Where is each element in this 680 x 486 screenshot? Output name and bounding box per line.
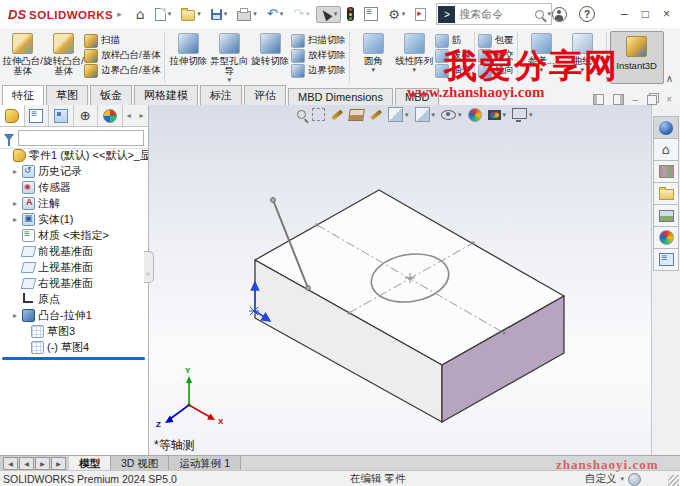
ribbon-button[interactable]: 拉伸凸台/基体	[2, 31, 43, 76]
rollback-bar[interactable]	[2, 357, 145, 360]
tab-item[interactable]: 评估	[244, 85, 286, 105]
collapse-right-pane-icon[interactable]	[613, 94, 624, 105]
save-button[interactable]: ▾	[207, 6, 232, 23]
search-caret-icon[interactable]: ▾	[548, 10, 552, 18]
dropdown-caret-icon[interactable]: ▾	[168, 10, 172, 18]
doc-minimize-button[interactable]: –	[633, 94, 639, 105]
panel-splitter-handle[interactable]	[144, 251, 154, 283]
graphics-viewport[interactable]: ▾▾▾▾▾	[149, 105, 651, 455]
doc-restore-button[interactable]	[647, 95, 657, 105]
dropdown-caret-icon[interactable]: ▾	[224, 10, 228, 18]
open-file-button[interactable]: ▾	[177, 4, 205, 24]
tab-scroll-left-icon[interactable]: ◀	[3, 457, 18, 470]
undo-button[interactable]: ↶▾	[263, 5, 287, 23]
options-list-button[interactable]	[360, 4, 382, 24]
collapse-left-pane-icon[interactable]	[593, 94, 604, 105]
bottom-tab[interactable]: 模型	[69, 456, 111, 471]
expand-arrow-icon[interactable]: ▸	[11, 199, 19, 208]
account-icon[interactable]	[552, 7, 567, 22]
tree-item[interactable]: ▸历史记录	[0, 163, 148, 179]
resize-grip[interactable]	[668, 475, 679, 486]
expand-arrow-icon[interactable]: ▸	[11, 167, 19, 176]
section-view-button[interactable]	[349, 109, 364, 121]
print-button[interactable]: ▾	[233, 4, 261, 24]
featuremanager-tab[interactable]	[0, 105, 25, 126]
home-tab-button[interactable]: ⌂	[653, 138, 679, 161]
tree-item[interactable]: ▸注解	[0, 195, 148, 211]
ribbon-collapse-icon[interactable]: ∧	[666, 73, 673, 84]
viewport-canvas[interactable]: Y X Z	[149, 105, 651, 455]
custom-label[interactable]: 自定义	[585, 472, 617, 486]
solidworks-resources-button[interactable]	[653, 116, 679, 139]
search-box[interactable]: > 搜索命令 ▾	[436, 3, 552, 25]
panel-tabs-left-icon[interactable]: ◂	[123, 105, 136, 126]
display-style-button[interactable]: ▾	[415, 107, 436, 122]
ribbon-button[interactable]: 包覆	[478, 34, 514, 47]
sketch-line-endpoint[interactable]	[306, 286, 311, 291]
annotation-view-button[interactable]	[370, 113, 382, 117]
edit-appearance-button[interactable]	[468, 108, 482, 122]
dropdown-caret-icon[interactable]: ▾	[458, 111, 462, 119]
dropdown-caret-icon[interactable]: ▾	[253, 10, 257, 18]
dropdown-caret-icon[interactable]: ▾	[503, 111, 507, 119]
ribbon-button[interactable]: 圆角▾	[353, 31, 394, 73]
dropdown-caret-icon[interactable]: ▾	[529, 111, 533, 119]
file-explorer-button[interactable]	[653, 182, 679, 205]
ribbon-button[interactable]: 线性阵列▾	[394, 31, 435, 73]
rebuild-button[interactable]	[343, 4, 358, 24]
tree-item[interactable]: 原点	[0, 291, 148, 307]
ribbon-button[interactable]: 放样切除	[291, 49, 346, 62]
displaymanager-tab[interactable]	[98, 105, 123, 126]
ribbon-button[interactable]: 放样凸台/基体	[84, 49, 161, 62]
appearances-scenes-button[interactable]	[653, 226, 679, 249]
expand-arrow-icon[interactable]: ▸	[11, 215, 19, 224]
tab-scroll-left-icon[interactable]: ◀	[19, 457, 34, 470]
zoom-to-fit-button[interactable]	[297, 110, 306, 119]
options-button[interactable]: ⚙▾	[384, 5, 409, 24]
dropdown-caret-icon[interactable]: ▾	[280, 10, 284, 18]
sketch-line-endpoint[interactable]	[271, 198, 276, 203]
tree-item[interactable]: ▸凸台-拉伸1	[0, 307, 148, 323]
minimize-button[interactable]: –	[621, 7, 628, 21]
tab-scroll-right-icon[interactable]: ▶	[51, 457, 66, 470]
tab-item[interactable]: 标注	[200, 85, 242, 105]
close-button[interactable]: ×	[663, 7, 670, 21]
previous-view-button[interactable]	[331, 113, 343, 117]
ribbon-button[interactable]: 旋转凸台/基体	[43, 31, 84, 76]
ribbon-button[interactable]: 异型孔向导▾	[209, 31, 250, 83]
configurationmanager-tab[interactable]	[49, 105, 74, 126]
tree-item[interactable]: (-) 草图4	[0, 339, 148, 355]
dropdown-caret-icon[interactable]: ▾	[306, 10, 310, 18]
units-globe-icon[interactable]	[628, 473, 641, 486]
tree-item[interactable]: 零件1 (默认) <<默认>_显示状	[0, 147, 148, 163]
tree-item[interactable]: ▸实体(1)	[0, 211, 148, 227]
tab-item[interactable]: MBD Dimensions	[288, 88, 393, 105]
new-file-button[interactable]: ▾	[151, 5, 176, 24]
ribbon-button[interactable]: 边界凸台/基体	[84, 64, 161, 77]
dropdown-caret-icon[interactable]: ▾	[405, 111, 409, 119]
view-palette-button[interactable]	[653, 204, 679, 227]
tab-item[interactable]: 草图	[46, 85, 88, 105]
custom-status[interactable]: 自定义 ▾	[585, 472, 641, 486]
zoom-to-area-button[interactable]	[312, 108, 325, 121]
dropdown-caret-icon[interactable]: ▾	[334, 10, 338, 18]
view-orientation-button[interactable]: ▾	[388, 107, 409, 122]
hide-show-items-button[interactable]: ▾	[441, 110, 462, 120]
logo-expand-icon[interactable]: ▸	[117, 9, 122, 19]
dimxpert-tab[interactable]: ⊕	[74, 105, 99, 126]
macro-button[interactable]	[411, 5, 430, 24]
tree-item[interactable]: 前视基准面	[0, 243, 148, 259]
dropdown-caret-icon[interactable]: ▾	[371, 66, 375, 73]
ribbon-button[interactable]: 边界切除	[291, 64, 346, 77]
custom-properties-button[interactable]	[653, 248, 679, 271]
search-input[interactable]: 搜索命令	[459, 7, 530, 22]
tree-item[interactable]: 右视基准面	[0, 275, 148, 291]
dropdown-caret-icon[interactable]: ▾	[197, 10, 201, 18]
dropdown-caret-icon[interactable]: ▾	[432, 111, 436, 119]
tab-active[interactable]: 特征	[2, 85, 44, 105]
bottom-tab[interactable]: 运动算例 1	[169, 456, 241, 471]
filter-input[interactable]	[18, 130, 144, 146]
home-button[interactable]: ⌂	[132, 5, 149, 23]
tab-scroll-right-icon[interactable]: ▶	[35, 457, 50, 470]
bottom-tab[interactable]: 3D 视图	[111, 456, 169, 471]
